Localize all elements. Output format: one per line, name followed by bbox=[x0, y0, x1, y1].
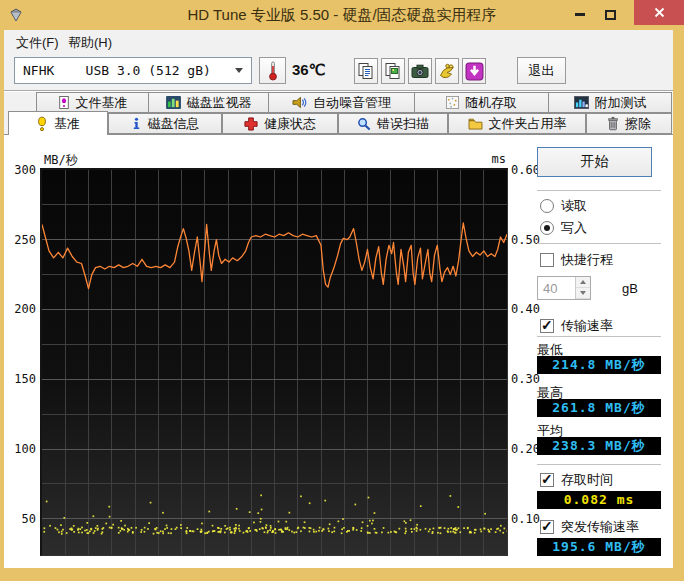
camera-icon bbox=[411, 64, 429, 79]
capacity-value: 40 bbox=[538, 277, 575, 299]
write-radio-row[interactable]: 写入 bbox=[540, 219, 587, 237]
hand-coins-icon bbox=[438, 63, 456, 79]
minimize-icon bbox=[575, 13, 585, 16]
extra-tests-icon bbox=[574, 96, 589, 109]
short-stroke-checkbox[interactable] bbox=[540, 253, 554, 267]
benchmark-icon bbox=[36, 116, 48, 132]
min-value-display: 214.8 MB/秒 bbox=[537, 356, 661, 374]
read-radio-row[interactable]: 读取 bbox=[540, 197, 587, 215]
arrow-down-icon bbox=[580, 291, 586, 295]
arrow-up-icon bbox=[580, 280, 586, 284]
access-time-label: 存取时间 bbox=[561, 471, 613, 489]
write-radio[interactable] bbox=[540, 221, 554, 235]
benchmark-chart bbox=[40, 168, 508, 556]
copy-text-button[interactable] bbox=[354, 58, 378, 84]
health-cross-icon bbox=[244, 117, 258, 131]
transfer-rate-label: 传输速率 bbox=[561, 317, 613, 335]
magnifier-icon bbox=[357, 117, 371, 131]
speaker-icon bbox=[292, 96, 307, 109]
start-button[interactable]: 开始 bbox=[537, 147, 652, 177]
drive-select[interactable]: NFHK USB 3.0 (512 gB) bbox=[14, 57, 252, 84]
burst-rate-row[interactable]: 突发传输速率 bbox=[540, 518, 639, 536]
exit-button[interactable]: 退出 bbox=[517, 57, 566, 84]
hd-tune-window: HD Tune 专业版 5.50 - 硬盘/固态硬盘实用程序 文件(F) 帮助(… bbox=[0, 0, 684, 581]
spinner-up-button[interactable] bbox=[576, 277, 590, 288]
tab-benchmark[interactable]: 基准 bbox=[8, 111, 108, 135]
random-access-icon bbox=[446, 96, 459, 109]
copy-image-button[interactable] bbox=[381, 58, 405, 84]
disk-monitor-icon bbox=[166, 96, 181, 109]
tab-health[interactable]: 健康状态 bbox=[222, 113, 338, 134]
temperature-button[interactable] bbox=[259, 57, 286, 84]
transfer-rate-row[interactable]: 传输速率 bbox=[540, 317, 613, 335]
capacity-spinner[interactable]: 40 bbox=[537, 276, 591, 300]
access-time-display: 0.082 ms bbox=[537, 491, 661, 509]
chevron-down-icon bbox=[235, 68, 243, 73]
disk-info-icon bbox=[131, 116, 142, 131]
save-screenshot-button[interactable] bbox=[408, 58, 432, 84]
options-hand-button[interactable] bbox=[435, 58, 459, 84]
short-stroke-label: 快捷行程 bbox=[561, 251, 613, 269]
tab-error-scan[interactable]: 错误扫描 bbox=[338, 113, 448, 134]
file-benchmark-icon bbox=[58, 95, 70, 110]
read-radio-label: 读取 bbox=[561, 197, 587, 215]
download-arrow-icon bbox=[465, 62, 484, 81]
transfer-rate-checkbox[interactable] bbox=[540, 319, 554, 333]
short-stroke-row[interactable]: 快捷行程 bbox=[540, 251, 613, 269]
access-time-checkbox[interactable] bbox=[540, 473, 554, 487]
close-button[interactable] bbox=[634, 0, 684, 25]
right-axis-unit: ms bbox=[470, 152, 506, 166]
copy-image-icon bbox=[384, 62, 402, 80]
access-time-row[interactable]: 存取时间 bbox=[540, 471, 613, 489]
tab-auto-acoustic[interactable]: 自动噪音管理 bbox=[268, 92, 415, 113]
burst-rate-checkbox[interactable] bbox=[540, 520, 554, 534]
burst-rate-display: 195.6 MB/秒 bbox=[537, 538, 661, 556]
minimize-button[interactable] bbox=[566, 5, 594, 24]
titlebar: HD Tune 专业版 5.50 - 硬盘/固态硬盘实用程序 bbox=[0, 0, 684, 30]
tab-erase[interactable]: 擦除 bbox=[586, 113, 672, 134]
download-button[interactable] bbox=[462, 58, 486, 84]
drive-select-value: NFHK USB 3.0 (512 gB) bbox=[23, 63, 235, 78]
tab-extra-tests[interactable]: 附加测试 bbox=[548, 92, 672, 113]
maximize-button[interactable] bbox=[596, 5, 624, 24]
avg-value-display: 238.3 MB/秒 bbox=[537, 437, 661, 455]
close-icon bbox=[654, 7, 665, 18]
thermometer-icon bbox=[268, 61, 278, 81]
tab-file-benchmark[interactable]: 文件基准 bbox=[36, 92, 149, 113]
tab-folder-usage[interactable]: 文件夹占用率 bbox=[448, 113, 586, 134]
menu-file[interactable]: 文件(F) bbox=[10, 33, 65, 51]
burst-rate-label: 突发传输速率 bbox=[561, 518, 639, 536]
read-radio[interactable] bbox=[540, 199, 554, 213]
maximize-icon bbox=[605, 10, 616, 20]
capacity-unit-label: gB bbox=[622, 281, 638, 296]
trash-icon bbox=[607, 116, 619, 131]
menu-help[interactable]: 帮助(H) bbox=[62, 33, 118, 51]
temperature-value: 36℃ bbox=[292, 61, 326, 79]
write-radio-label: 写入 bbox=[561, 219, 587, 237]
tab-disk-monitor[interactable]: 磁盘监视器 bbox=[148, 92, 269, 113]
copy-text-icon bbox=[357, 62, 375, 80]
folder-icon bbox=[468, 117, 483, 130]
left-axis-unit: MB/秒 bbox=[44, 152, 78, 169]
tab-disk-info[interactable]: 磁盘信息 bbox=[108, 113, 222, 134]
tab-random-access[interactable]: 随机存取 bbox=[414, 92, 549, 113]
spinner-down-button[interactable] bbox=[576, 288, 590, 299]
max-value-display: 261.8 MB/秒 bbox=[537, 399, 661, 417]
